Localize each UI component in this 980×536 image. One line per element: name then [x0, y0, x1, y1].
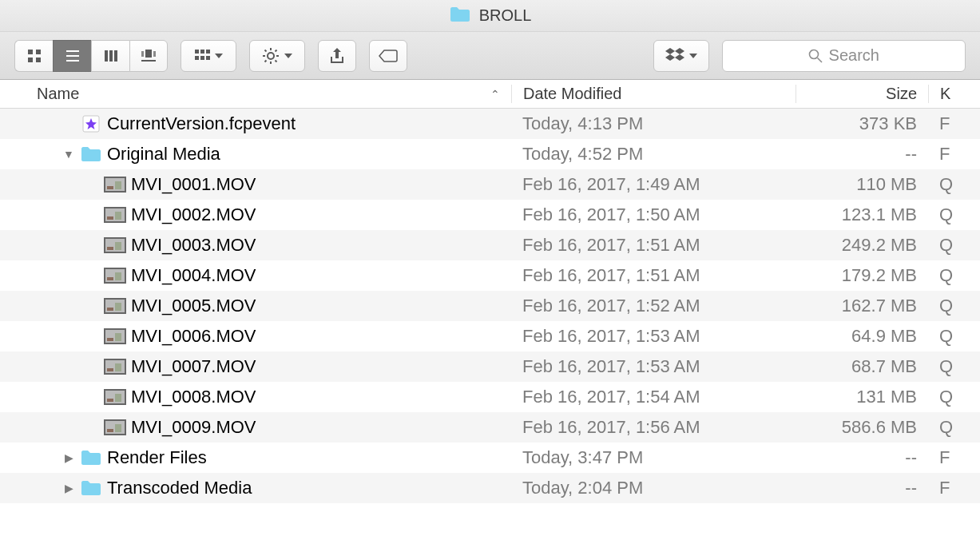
movie-icon — [104, 327, 126, 346]
file-date: Feb 16, 2017, 1:54 AM — [511, 387, 796, 407]
file-row[interactable]: ▶MVI_0001.MOVFeb 16, 2017, 1:49 AM110 MB… — [0, 169, 980, 200]
file-row[interactable]: ▶CurrentVersion.fcpeventToday, 4:13 PM37… — [0, 109, 980, 139]
svg-rect-51 — [115, 303, 121, 311]
share-button[interactable] — [318, 40, 356, 72]
file-name: MVI_0003.MOV — [131, 235, 256, 256]
folder-icon — [80, 145, 102, 164]
file-date: Today, 2:04 PM — [511, 478, 796, 498]
tag-icon — [378, 49, 399, 63]
file-row[interactable]: ▶MVI_0007.MOVFeb 16, 2017, 1:53 AM68.7 M… — [0, 351, 980, 382]
svg-rect-2 — [28, 58, 33, 62]
svg-rect-58 — [107, 368, 113, 371]
tags-button[interactable] — [369, 40, 407, 72]
file-list: ▶CurrentVersion.fcpeventToday, 4:13 PM37… — [0, 109, 980, 503]
file-size: -- — [796, 478, 928, 498]
svg-rect-62 — [107, 399, 113, 402]
file-date: Today, 3:47 PM — [511, 447, 796, 468]
file-row[interactable]: ▶MVI_0004.MOVFeb 16, 2017, 1:51 AM179.2 … — [0, 260, 980, 291]
svg-rect-9 — [114, 50, 117, 62]
file-date: Feb 16, 2017, 1:51 AM — [511, 235, 796, 256]
svg-rect-54 — [107, 338, 113, 341]
file-date: Feb 16, 2017, 1:52 AM — [511, 296, 796, 316]
column-size[interactable]: Size — [796, 85, 928, 103]
share-icon — [329, 47, 345, 65]
file-kind: Q — [928, 417, 980, 438]
movie-icon — [104, 418, 126, 437]
disclosure-triangle[interactable]: ▼ — [62, 148, 75, 161]
gear-icon — [262, 47, 280, 65]
fcp-icon — [80, 114, 102, 133]
file-date: Feb 16, 2017, 1:53 AM — [511, 326, 796, 347]
view-column-button[interactable] — [91, 40, 129, 72]
file-date: Today, 4:13 PM — [511, 113, 796, 134]
file-size: 64.9 MB — [796, 326, 928, 347]
svg-rect-39 — [115, 212, 121, 220]
file-size: 249.2 MB — [796, 235, 928, 256]
svg-rect-11 — [141, 51, 144, 57]
svg-rect-1 — [36, 50, 41, 54]
view-mode-segment — [14, 40, 168, 72]
file-kind: F — [928, 447, 980, 468]
svg-rect-50 — [107, 308, 113, 311]
file-row[interactable]: ▶MVI_0008.MOVFeb 16, 2017, 1:54 AM131 MB… — [0, 382, 980, 412]
disclosure-triangle[interactable]: ▶ — [62, 482, 75, 494]
file-kind: Q — [928, 326, 980, 347]
file-row[interactable]: ▶Transcoded MediaToday, 2:04 PM--F — [0, 473, 980, 503]
svg-rect-55 — [115, 333, 121, 341]
file-date: Feb 16, 2017, 1:49 AM — [511, 174, 796, 195]
file-size: 586.6 MB — [796, 417, 928, 438]
file-date: Feb 16, 2017, 1:53 AM — [511, 356, 796, 377]
search-placeholder: Search — [829, 46, 879, 65]
view-list-button[interactable] — [53, 40, 91, 72]
svg-rect-8 — [109, 50, 113, 62]
file-row[interactable]: ▶MVI_0002.MOVFeb 16, 2017, 1:50 AM123.1 … — [0, 200, 980, 230]
file-name: Original Media — [107, 144, 220, 165]
svg-rect-7 — [105, 50, 108, 62]
column-name[interactable]: Name ⌃ — [0, 85, 511, 103]
toolbar: Search — [0, 32, 980, 80]
folder-icon — [80, 478, 102, 498]
file-row[interactable]: ▶MVI_0009.MOVFeb 16, 2017, 1:56 AM586.6 … — [0, 412, 980, 443]
column-date[interactable]: Date Modified — [511, 85, 796, 103]
movie-icon — [104, 205, 126, 224]
file-name: MVI_0002.MOV — [131, 204, 256, 225]
file-row[interactable]: ▶Render FilesToday, 3:47 PM--F — [0, 443, 980, 473]
file-row[interactable]: ▼Original MediaToday, 4:52 PM--F — [0, 139, 980, 169]
view-coverflow-button[interactable] — [129, 40, 168, 72]
action-button[interactable] — [249, 40, 305, 72]
arrange-button[interactable] — [181, 40, 236, 72]
file-row[interactable]: ▶MVI_0006.MOVFeb 16, 2017, 1:53 AM64.9 M… — [0, 321, 980, 351]
file-size: 123.1 MB — [796, 204, 928, 225]
file-date: Feb 16, 2017, 1:51 AM — [511, 265, 796, 286]
search-icon — [808, 49, 823, 63]
svg-rect-66 — [107, 429, 113, 432]
svg-rect-35 — [115, 181, 121, 189]
search-field[interactable]: Search — [722, 40, 966, 72]
svg-line-25 — [265, 50, 267, 51]
file-name: MVI_0001.MOV — [131, 174, 256, 195]
svg-rect-59 — [115, 363, 121, 371]
svg-rect-5 — [66, 55, 79, 57]
file-name: MVI_0009.MOV — [131, 417, 256, 438]
disclosure-triangle[interactable]: ▶ — [62, 451, 75, 464]
file-kind: Q — [928, 174, 980, 195]
svg-rect-4 — [66, 50, 79, 52]
movie-icon — [104, 387, 126, 407]
svg-rect-67 — [115, 424, 121, 432]
svg-rect-13 — [141, 60, 156, 62]
movie-icon — [104, 296, 126, 316]
dropbox-button[interactable] — [653, 40, 709, 72]
svg-rect-47 — [115, 272, 121, 280]
svg-rect-0 — [28, 50, 33, 54]
svg-rect-16 — [206, 50, 210, 54]
file-kind: F — [928, 113, 980, 134]
file-date: Feb 16, 2017, 1:50 AM — [511, 204, 796, 225]
file-row[interactable]: ▶MVI_0005.MOVFeb 16, 2017, 1:52 AM162.7 … — [0, 291, 980, 321]
svg-line-26 — [276, 60, 277, 62]
column-kind[interactable]: K — [928, 85, 980, 103]
folder-icon — [449, 6, 471, 26]
file-row[interactable]: ▶MVI_0003.MOVFeb 16, 2017, 1:51 AM249.2 … — [0, 230, 980, 260]
file-size: -- — [796, 447, 928, 468]
file-name: MVI_0007.MOV — [131, 356, 256, 377]
view-icon-button[interactable] — [14, 40, 53, 72]
